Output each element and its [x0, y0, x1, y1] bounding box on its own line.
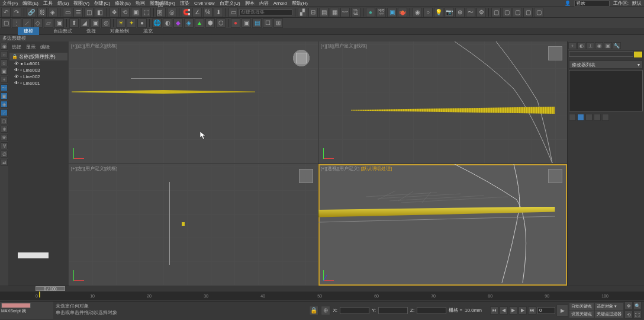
left-tab-edit[interactable]: 编辑 [40, 44, 50, 50]
modifier-list-dropdown[interactable]: 修改器列表▾ [569, 60, 643, 69]
config-icon[interactable] [602, 114, 609, 121]
unlink-icon[interactable]: ⛓ [37, 8, 47, 17]
viewport-left[interactable]: [+][左][用户定义][线框] [69, 164, 318, 286]
misc6-icon[interactable]: ◐ [163, 18, 172, 28]
vp-label-left[interactable]: [+][左][用户定义][线框] [71, 165, 117, 172]
maxscript-input[interactable] [1, 303, 31, 308]
place-icon[interactable]: ⬚ [141, 8, 151, 17]
strip-frozen-icon[interactable]: ❄ [1, 126, 8, 133]
show-end-icon[interactable] [577, 114, 584, 121]
menu-arnold[interactable]: Arnold [273, 1, 287, 6]
utilities-tab-icon[interactable]: 🔧 [613, 42, 621, 49]
vp-label-front[interactable]: [+][正][用户定义][线框] [71, 43, 117, 49]
misc1-icon[interactable]: ▢ [491, 8, 501, 17]
geom-icon[interactable]: ◉ [413, 8, 422, 17]
next-frame-icon[interactable]: ▶ [519, 306, 527, 315]
misc11-icon[interactable]: ⬡ [216, 18, 226, 28]
scene-header[interactable]: 🔒 名称(按降序排序) [9, 53, 67, 60]
scene-item-line1[interactable]: 👁 ▫ Line001 [9, 80, 67, 87]
select-icon[interactable]: ▭ [63, 8, 72, 17]
polygon-icon[interactable]: ▱ [44, 18, 53, 28]
render-setup-icon[interactable]: 🎬 [376, 8, 386, 17]
misc4-icon[interactable]: ▢ [523, 8, 533, 17]
play-icon[interactable]: ▶ [509, 306, 517, 315]
menu-anim[interactable]: 动画 [136, 0, 145, 7]
edge-icon[interactable]: ⟋ [22, 18, 32, 28]
login-input[interactable] [574, 1, 610, 7]
misc12-icon[interactable]: ▣ [242, 18, 251, 28]
border-icon[interactable]: ◇ [33, 18, 43, 28]
unique-icon[interactable] [585, 114, 593, 121]
window-crossing-icon[interactable]: ◧ [95, 8, 104, 17]
sphere-light-icon[interactable]: ● [137, 18, 147, 28]
viewcube-top[interactable] [548, 46, 562, 60]
misc3-icon[interactable]: ▢ [513, 8, 522, 17]
strip-invert-icon[interactable]: ⇄ [1, 159, 8, 166]
misc15-icon[interactable]: ⊞ [273, 18, 283, 28]
pin-stack-icon[interactable] [569, 114, 576, 121]
sun-icon[interactable]: ☀ [116, 18, 125, 28]
shape-icon[interactable]: ○ [423, 8, 433, 17]
scale-icon[interactable]: ▣ [131, 8, 140, 17]
schematic-icon[interactable]: ⿻ [351, 8, 360, 17]
orbit-icon[interactable]: ⟲ [624, 311, 633, 319]
object-color-swatch[interactable] [633, 51, 643, 58]
pivot-icon[interactable]: ◎ [167, 8, 176, 17]
goto-start-icon[interactable]: ⏮ [490, 306, 498, 315]
absrel-icon[interactable]: ⊕ [321, 306, 330, 315]
login-icon[interactable]: 👤 [565, 1, 571, 6]
pan-icon[interactable]: ✥ [624, 302, 633, 310]
menu-create[interactable]: 创建(C) [94, 0, 110, 7]
bind-icon[interactable]: ◈ [48, 8, 57, 17]
menu-modify[interactable]: 修改(E) [115, 0, 131, 7]
strip-light-icon[interactable]: ☼ [1, 59, 8, 66]
strip-spacewarp-icon[interactable]: 〜 [1, 84, 8, 91]
setkey-button[interactable]: 设置关键点 [569, 311, 594, 318]
viewcube-left[interactable] [299, 169, 313, 183]
selobj-dropdown[interactable]: 选定对象 ▾ [595, 303, 623, 310]
material-icon[interactable]: ● [366, 8, 375, 17]
frame-input[interactable] [537, 307, 555, 314]
menu-help[interactable]: 帮助(H) [292, 0, 308, 7]
modifier-stack[interactable] [569, 70, 643, 111]
left-tab-display[interactable]: 显示 [26, 44, 36, 50]
time-handle[interactable]: 0 / 100 [36, 286, 65, 291]
render-frame-icon[interactable]: ▣ [387, 8, 397, 17]
viewport-perspective[interactable]: [+][透视][用户定义] [默认明暗处理] [318, 164, 568, 286]
earth-icon[interactable]: 🌐 [152, 18, 162, 28]
rotate-icon[interactable]: ⟲ [120, 8, 130, 17]
strip-none-icon[interactable]: ∅ [1, 151, 8, 158]
angle-snap-icon[interactable]: ∠ [192, 8, 202, 17]
redo-icon[interactable]: ↷ [12, 8, 21, 17]
lock-icon[interactable]: 🔒 [309, 306, 318, 315]
misc5-icon[interactable]: ▢ [534, 8, 543, 17]
zoom-icon[interactable]: 🔍 [633, 302, 642, 310]
move-icon[interactable]: ✥ [110, 8, 119, 17]
extrude-icon[interactable]: ⬆ [69, 18, 79, 28]
strip-helper-icon[interactable]: + [1, 76, 8, 83]
misc9-icon[interactable]: ▲ [195, 18, 204, 28]
record-icon[interactable]: ● [231, 18, 240, 28]
space-warp-icon[interactable]: 〜 [466, 8, 475, 17]
misc2-icon[interactable]: ▢ [502, 8, 511, 17]
hierarchy-tab-icon[interactable]: ⊥ [586, 42, 594, 49]
coord-z-input[interactable] [417, 307, 446, 314]
menu-group[interactable]: 组(G) [57, 0, 69, 7]
time-marker[interactable] [39, 292, 40, 297]
menu-edit[interactable]: 编辑(E) [22, 0, 38, 7]
display-tab-icon[interactable]: ▣ [604, 42, 612, 49]
autokey-button[interactable]: 自动关键点 [569, 303, 594, 310]
misc7-icon[interactable]: ◆ [173, 18, 183, 28]
strip-container-icon[interactable]: ▢ [1, 117, 8, 124]
poly-select-icon[interactable]: ▢ [1, 18, 11, 28]
vertex-icon[interactable]: ⋮ [12, 18, 21, 28]
menu-script[interactable]: 脚本 [245, 0, 255, 7]
tab-modeling[interactable]: 建模 [18, 27, 39, 35]
element-icon[interactable]: ▣ [54, 18, 64, 28]
scene-item-loft[interactable]: 👁 ● Loft001 [9, 60, 67, 67]
snap-icon[interactable]: 🧲 [182, 8, 191, 17]
toggle-ribbon-icon[interactable]: ▦ [330, 8, 339, 17]
menu-civil[interactable]: Civil View [194, 1, 215, 6]
tab-select[interactable]: 选择 [86, 28, 96, 34]
menu-view[interactable]: 视图(V) [73, 0, 89, 7]
